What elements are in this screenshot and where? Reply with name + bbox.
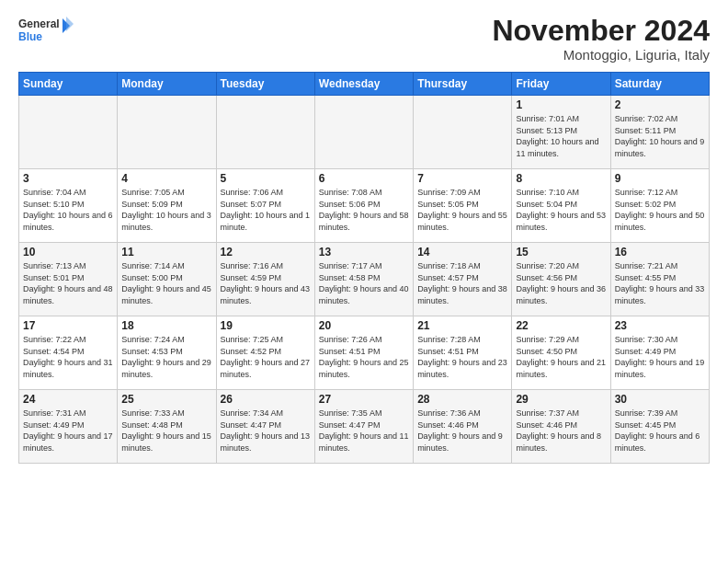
- day-info: Sunrise: 7:26 AM Sunset: 4:51 PM Dayligh…: [319, 334, 409, 380]
- col-monday: Monday: [118, 73, 216, 96]
- day-info: Sunrise: 7:31 AM Sunset: 4:49 PM Dayligh…: [23, 408, 113, 454]
- day-info: Sunrise: 7:09 AM Sunset: 5:05 PM Dayligh…: [417, 187, 507, 233]
- day-number: 28: [417, 393, 507, 406]
- calendar-cell: 26Sunrise: 7:34 AM Sunset: 4:47 PM Dayli…: [216, 390, 314, 464]
- calendar-cell: 27Sunrise: 7:35 AM Sunset: 4:47 PM Dayli…: [314, 390, 413, 464]
- col-friday: Friday: [512, 73, 610, 96]
- day-info: Sunrise: 7:04 AM Sunset: 5:10 PM Dayligh…: [23, 187, 113, 233]
- calendar-cell: 1Sunrise: 7:01 AM Sunset: 5:13 PM Daylig…: [512, 96, 610, 169]
- col-thursday: Thursday: [414, 73, 512, 96]
- day-number: 18: [121, 319, 211, 332]
- calendar-cell: 30Sunrise: 7:39 AM Sunset: 4:45 PM Dayli…: [610, 390, 709, 464]
- day-number: 23: [615, 319, 705, 332]
- day-info: Sunrise: 7:14 AM Sunset: 5:00 PM Dayligh…: [121, 260, 211, 306]
- calendar-cell: 3Sunrise: 7:04 AM Sunset: 5:10 PM Daylig…: [19, 169, 118, 243]
- week-row-4: 24Sunrise: 7:31 AM Sunset: 4:49 PM Dayli…: [19, 390, 710, 464]
- day-info: Sunrise: 7:20 AM Sunset: 4:56 PM Dayligh…: [516, 260, 606, 306]
- day-info: Sunrise: 7:13 AM Sunset: 5:01 PM Dayligh…: [23, 260, 113, 306]
- day-number: 17: [23, 319, 113, 332]
- week-row-0: 1Sunrise: 7:01 AM Sunset: 5:13 PM Daylig…: [19, 96, 710, 169]
- calendar-cell: 5Sunrise: 7:06 AM Sunset: 5:07 PM Daylig…: [216, 169, 314, 243]
- day-info: Sunrise: 7:34 AM Sunset: 4:47 PM Dayligh…: [221, 408, 311, 454]
- day-info: Sunrise: 7:06 AM Sunset: 5:07 PM Dayligh…: [221, 187, 311, 233]
- day-number: 26: [221, 393, 311, 406]
- day-number: 12: [221, 246, 311, 259]
- day-number: 11: [121, 246, 211, 259]
- page: General Blue November 2024 Montoggio, Li…: [0, 0, 728, 563]
- day-info: Sunrise: 7:12 AM Sunset: 5:02 PM Dayligh…: [615, 187, 705, 233]
- day-number: 13: [319, 246, 409, 259]
- calendar-cell: 16Sunrise: 7:21 AM Sunset: 4:55 PM Dayli…: [610, 243, 709, 316]
- day-info: Sunrise: 7:16 AM Sunset: 4:59 PM Dayligh…: [221, 260, 311, 306]
- day-number: 29: [516, 393, 606, 406]
- col-saturday: Saturday: [610, 73, 709, 96]
- header: General Blue November 2024 Montoggio, Li…: [18, 15, 710, 63]
- day-info: Sunrise: 7:10 AM Sunset: 5:04 PM Dayligh…: [516, 187, 606, 233]
- day-number: 6: [319, 172, 409, 185]
- svg-marker-3: [66, 17, 74, 31]
- day-number: 5: [221, 172, 311, 185]
- day-number: 2: [615, 98, 705, 111]
- day-number: 3: [23, 172, 113, 185]
- day-info: Sunrise: 7:33 AM Sunset: 4:48 PM Dayligh…: [121, 408, 211, 454]
- day-info: Sunrise: 7:30 AM Sunset: 4:49 PM Dayligh…: [615, 334, 705, 380]
- day-number: 7: [417, 172, 507, 185]
- day-info: Sunrise: 7:08 AM Sunset: 5:06 PM Dayligh…: [319, 187, 409, 233]
- calendar-cell: 22Sunrise: 7:29 AM Sunset: 4:50 PM Dayli…: [512, 316, 610, 390]
- day-info: Sunrise: 7:21 AM Sunset: 4:55 PM Dayligh…: [615, 260, 705, 306]
- calendar-cell: 10Sunrise: 7:13 AM Sunset: 5:01 PM Dayli…: [19, 243, 118, 316]
- day-number: 4: [121, 172, 211, 185]
- day-number: 24: [23, 393, 113, 406]
- day-info: Sunrise: 7:17 AM Sunset: 4:58 PM Dayligh…: [319, 260, 409, 306]
- day-number: 30: [615, 393, 705, 406]
- day-number: 10: [23, 246, 113, 259]
- day-info: Sunrise: 7:35 AM Sunset: 4:47 PM Dayligh…: [319, 408, 409, 454]
- calendar-cell: 4Sunrise: 7:05 AM Sunset: 5:09 PM Daylig…: [118, 169, 216, 243]
- calendar-cell: [314, 96, 413, 169]
- col-wednesday: Wednesday: [314, 73, 413, 96]
- calendar-cell: 25Sunrise: 7:33 AM Sunset: 4:48 PM Dayli…: [118, 390, 216, 464]
- calendar-cell: 20Sunrise: 7:26 AM Sunset: 4:51 PM Dayli…: [314, 316, 413, 390]
- day-info: Sunrise: 7:28 AM Sunset: 4:51 PM Dayligh…: [417, 334, 507, 380]
- logo-svg: General Blue: [18, 15, 74, 48]
- calendar-cell: [118, 96, 216, 169]
- calendar-cell: [19, 96, 118, 169]
- calendar-cell: [216, 96, 314, 169]
- calendar-cell: 17Sunrise: 7:22 AM Sunset: 4:54 PM Dayli…: [19, 316, 118, 390]
- month-title: November 2024: [492, 15, 710, 47]
- day-number: 25: [121, 393, 211, 406]
- day-number: 1: [516, 98, 606, 111]
- day-info: Sunrise: 7:25 AM Sunset: 4:52 PM Dayligh…: [221, 334, 311, 380]
- calendar-cell: 15Sunrise: 7:20 AM Sunset: 4:56 PM Dayli…: [512, 243, 610, 316]
- day-number: 16: [615, 246, 705, 259]
- day-info: Sunrise: 7:02 AM Sunset: 5:11 PM Dayligh…: [615, 113, 705, 159]
- subtitle: Montoggio, Liguria, Italy: [492, 47, 710, 63]
- day-info: Sunrise: 7:37 AM Sunset: 4:46 PM Dayligh…: [516, 408, 606, 454]
- day-info: Sunrise: 7:18 AM Sunset: 4:57 PM Dayligh…: [417, 260, 507, 306]
- calendar-cell: 18Sunrise: 7:24 AM Sunset: 4:53 PM Dayli…: [118, 316, 216, 390]
- day-info: Sunrise: 7:22 AM Sunset: 4:54 PM Dayligh…: [23, 334, 113, 380]
- title-block: November 2024 Montoggio, Liguria, Italy: [492, 15, 710, 63]
- day-number: 19: [221, 319, 311, 332]
- calendar-cell: 21Sunrise: 7:28 AM Sunset: 4:51 PM Dayli…: [414, 316, 512, 390]
- calendar-cell: 2Sunrise: 7:02 AM Sunset: 5:11 PM Daylig…: [610, 96, 709, 169]
- logo: General Blue: [18, 15, 74, 48]
- calendar-cell: 11Sunrise: 7:14 AM Sunset: 5:00 PM Dayli…: [118, 243, 216, 316]
- calendar-cell: 7Sunrise: 7:09 AM Sunset: 5:05 PM Daylig…: [414, 169, 512, 243]
- day-info: Sunrise: 7:29 AM Sunset: 4:50 PM Dayligh…: [516, 334, 606, 380]
- day-number: 14: [417, 246, 507, 259]
- calendar-table: Sunday Monday Tuesday Wednesday Thursday…: [18, 72, 710, 464]
- calendar-cell: 6Sunrise: 7:08 AM Sunset: 5:06 PM Daylig…: [314, 169, 413, 243]
- calendar-cell: 23Sunrise: 7:30 AM Sunset: 4:49 PM Dayli…: [610, 316, 709, 390]
- calendar-cell: 19Sunrise: 7:25 AM Sunset: 4:52 PM Dayli…: [216, 316, 314, 390]
- day-info: Sunrise: 7:36 AM Sunset: 4:46 PM Dayligh…: [417, 408, 507, 454]
- week-row-1: 3Sunrise: 7:04 AM Sunset: 5:10 PM Daylig…: [19, 169, 710, 243]
- svg-text:General: General: [18, 17, 60, 30]
- calendar-cell: 8Sunrise: 7:10 AM Sunset: 5:04 PM Daylig…: [512, 169, 610, 243]
- day-info: Sunrise: 7:39 AM Sunset: 4:45 PM Dayligh…: [615, 408, 705, 454]
- day-number: 8: [516, 172, 606, 185]
- day-number: 27: [319, 393, 409, 406]
- week-row-2: 10Sunrise: 7:13 AM Sunset: 5:01 PM Dayli…: [19, 243, 710, 316]
- week-row-3: 17Sunrise: 7:22 AM Sunset: 4:54 PM Dayli…: [19, 316, 710, 390]
- col-tuesday: Tuesday: [216, 73, 314, 96]
